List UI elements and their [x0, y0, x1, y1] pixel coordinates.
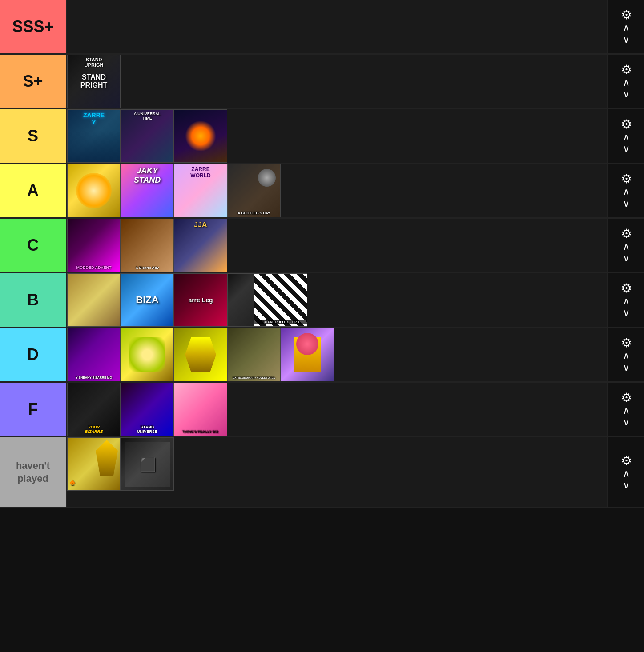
gear-icon[interactable]: ⚙: [621, 392, 632, 404]
game-thumbnail: Y SNEAKY BIZARRE MO: [68, 328, 120, 381]
down-arrow-icon[interactable]: ∨: [623, 144, 630, 154]
game-thumbnail: [281, 328, 334, 381]
game-thumbnail: BIZA: [121, 274, 173, 326]
list-item[interactable]: [67, 164, 121, 217]
tier-controls-d: ⚙ ∧ ∨: [608, 328, 644, 381]
list-item[interactable]: STANDUPRIGH: [67, 55, 121, 108]
game-thumbnail: [174, 328, 227, 381]
gear-icon[interactable]: ⚙: [621, 455, 632, 467]
down-arrow-icon[interactable]: ∨: [623, 253, 630, 263]
up-arrow-icon[interactable]: ∧: [623, 469, 630, 479]
list-item[interactable]: ⬛: [121, 437, 174, 491]
list-item[interactable]: [281, 328, 334, 381]
game-thumbnail: arre Leg: [174, 274, 227, 326]
down-arrow-icon[interactable]: ∨: [623, 35, 630, 44]
gear-icon[interactable]: ⚙: [621, 337, 632, 349]
game-thumbnail: ZARREWORLD: [174, 164, 227, 217]
tier-list: SSS+ ⚙ ∧ ∨ S+ STANDUPRIGH ⚙ ∧ ∨: [0, 0, 644, 508]
list-item[interactable]: [67, 273, 121, 327]
game-thumbnail: EXTRAORDINARY ADVENTURES: [228, 328, 280, 381]
list-item[interactable]: A BOOTLEG'S DAY: [227, 164, 281, 217]
up-arrow-icon[interactable]: ∧: [623, 23, 630, 33]
list-item[interactable]: YOURBIZARRE: [67, 383, 121, 436]
tier-content-sssplus: [66, 0, 608, 53]
up-arrow-icon[interactable]: ∧: [623, 351, 630, 361]
down-arrow-icon[interactable]: ∨: [623, 199, 630, 208]
tier-controls-a: ⚙ ∧ ∨: [608, 164, 644, 217]
list-item[interactable]: arre Leg: [174, 273, 227, 327]
gear-icon[interactable]: ⚙: [621, 9, 632, 21]
tier-content-splus: STANDUPRIGH: [66, 55, 608, 108]
tier-label-c: C: [0, 219, 66, 272]
game-thumbnail: YOURBIZARRE: [68, 383, 120, 436]
tier-content-d: Y SNEAKY BIZARRE MO EXTRAORDINARY ADVENT…: [66, 328, 608, 381]
game-thumbnail: JJA: [174, 219, 227, 272]
tier-content-s: ZARREY A UNIVERSALTIME: [66, 109, 608, 163]
list-item[interactable]: THING'S REALLY BIZ: [174, 383, 227, 436]
list-item[interactable]: JAKYSTAND: [121, 164, 174, 217]
down-arrow-icon[interactable]: ∨: [623, 363, 630, 372]
game-thumbnail: [68, 164, 120, 217]
gear-icon[interactable]: ⚙: [621, 173, 632, 185]
game-thumbnail: [121, 328, 173, 381]
tier-label-sssplus: SSS+: [0, 0, 66, 53]
tier-controls-c: ⚙ ∧ ∨: [608, 219, 644, 272]
up-arrow-icon[interactable]: ∧: [623, 296, 630, 306]
tier-controls-havent-played: ⚙ ∧ ∨: [608, 437, 644, 507]
list-item[interactable]: [121, 328, 174, 381]
list-item[interactable]: ZARREWORLD: [174, 164, 227, 217]
list-item[interactable]: Y SNEAKY BIZARRE MO: [67, 328, 121, 381]
tier-row-b: B BIZA arre Leg: [0, 273, 644, 328]
list-item[interactable]: [174, 328, 227, 381]
tier-content-c: MODDED ADVENT A Bizarre Adv JJA: [66, 219, 608, 272]
list-item[interactable]: A UNIVERSALTIME: [121, 109, 174, 163]
tier-row-d: D Y SNEAKY BIZARRE MO EXTRAORDINARY: [0, 328, 644, 383]
list-item[interactable]: [174, 109, 227, 163]
tier-row-splus: S+ STANDUPRIGH ⚙ ∧ ∨: [0, 55, 644, 109]
gear-icon[interactable]: ⚙: [621, 118, 632, 131]
up-arrow-icon[interactable]: ∧: [623, 187, 630, 197]
down-arrow-icon[interactable]: ∨: [623, 417, 630, 427]
tier-label-s: S: [0, 109, 66, 163]
list-item[interactable]: ♠: [67, 437, 121, 491]
up-arrow-icon[interactable]: ∧: [623, 406, 630, 416]
tier-row-f: F YOURBIZARRE STANDUNIVERSE THING'S REAL…: [0, 383, 644, 437]
gear-icon[interactable]: ⚙: [621, 282, 632, 295]
list-item[interactable]: JJA: [174, 219, 227, 272]
tier-content-b: BIZA arre Leg FUTURE ROBLOX'S BIZA: [66, 273, 608, 327]
tier-row-sssplus: SSS+ ⚙ ∧ ∨: [0, 0, 644, 55]
tier-row-a: A JAKYSTAND ZARREWORLD A BOOTLEG'S DA: [0, 164, 644, 219]
list-item[interactable]: EXTRAORDINARY ADVENTURES: [227, 328, 281, 381]
game-thumbnail: [228, 274, 254, 326]
game-thumbnail: [174, 110, 227, 162]
game-thumbnail: ZARREY: [68, 110, 120, 162]
tier-content-havent-played: ♠ ⬛: [66, 437, 608, 507]
game-thumbnail: ⬛: [121, 438, 173, 490]
game-thumbnail: JAKYSTAND: [121, 164, 173, 217]
down-arrow-icon[interactable]: ∨: [623, 480, 630, 490]
game-thumbnail: ♠: [68, 438, 120, 490]
tier-content-a: JAKYSTAND ZARREWORLD A BOOTLEG'S DAY: [66, 164, 608, 217]
list-item[interactable]: A Bizarre Adv: [121, 219, 174, 272]
list-item[interactable]: [227, 273, 254, 327]
tier-label-a: A: [0, 164, 66, 217]
up-arrow-icon[interactable]: ∧: [623, 78, 630, 88]
list-item[interactable]: FUTURE ROBLOX'S BIZA: [254, 273, 307, 327]
gear-icon[interactable]: ⚙: [621, 64, 632, 76]
list-item[interactable]: BIZA: [121, 273, 174, 327]
tier-controls-b: ⚙ ∧ ∨: [608, 273, 644, 327]
up-arrow-icon[interactable]: ∧: [623, 242, 630, 252]
game-thumbnail: FUTURE ROBLOX'S BIZA: [254, 274, 307, 326]
game-thumbnail: THING'S REALLY BIZ: [174, 383, 227, 436]
list-item[interactable]: MODDED ADVENT: [67, 219, 121, 272]
list-item[interactable]: ZARREY: [67, 109, 121, 163]
down-arrow-icon[interactable]: ∨: [623, 308, 630, 318]
tier-label-splus: S+: [0, 55, 66, 108]
down-arrow-icon[interactable]: ∨: [623, 89, 630, 99]
game-thumbnail: STANDUPRIGH: [68, 55, 120, 108]
tier-label-f: F: [0, 383, 66, 436]
list-item[interactable]: STANDUNIVERSE: [121, 383, 174, 436]
up-arrow-icon[interactable]: ∧: [623, 132, 630, 142]
tier-label-d: D: [0, 328, 66, 381]
gear-icon[interactable]: ⚙: [621, 228, 632, 240]
